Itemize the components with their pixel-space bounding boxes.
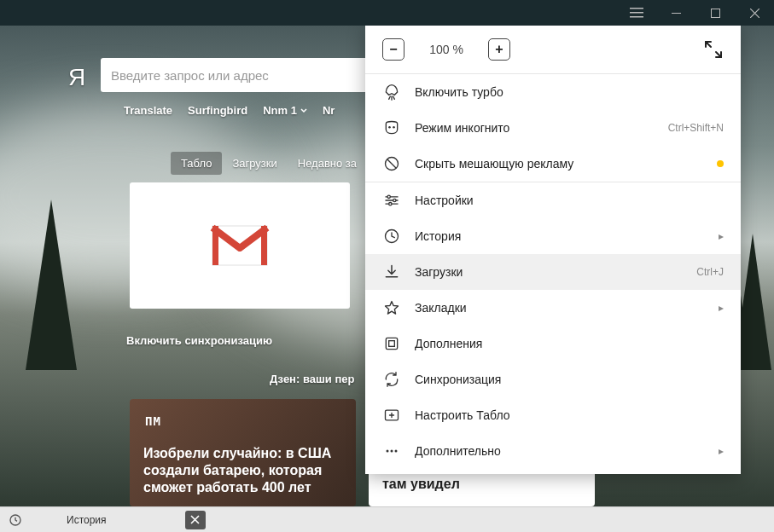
menu-shortcut: Ctrl+Shift+N xyxy=(668,122,724,134)
sync-icon xyxy=(382,370,401,389)
svg-rect-1 xyxy=(630,12,643,14)
svg-rect-3 xyxy=(672,13,681,14)
menu-label: Настроить Табло xyxy=(415,408,724,422)
menu-configure-tablo[interactable]: Настроить Табло xyxy=(365,397,741,433)
menu-label: Включить турбо xyxy=(415,85,724,99)
search-placeholder: Введите запрос или адрес xyxy=(111,68,269,83)
menu-more[interactable]: Дополнительно ▸ xyxy=(365,433,741,469)
hamburger-icon xyxy=(630,8,643,18)
menu-turbo[interactable]: Включить турбо xyxy=(365,74,741,110)
svg-rect-0 xyxy=(630,8,643,9)
close-icon xyxy=(190,515,200,524)
menu-bookmarks[interactable]: Закладки ▸ xyxy=(365,290,741,326)
bookmarks-row: Translate Surfingbird Nnm 1 Nr xyxy=(124,104,335,117)
card-source: ПМ xyxy=(145,414,161,428)
menu-label: Дополнения xyxy=(415,337,724,350)
minimize-button[interactable] xyxy=(656,0,695,26)
menu-sync[interactable]: Синхронизация xyxy=(365,361,741,397)
window-titlebar xyxy=(0,0,774,26)
zoom-out-button[interactable]: − xyxy=(382,38,404,61)
menu-hide-ads[interactable]: Скрыть мешающую рекламу xyxy=(365,146,741,182)
menu-label: Режим инкогнито xyxy=(415,121,655,135)
svg-rect-16 xyxy=(389,341,395,347)
yandex-logo[interactable]: Я xyxy=(68,64,85,91)
menu-extensions[interactable]: Дополнения xyxy=(365,326,741,361)
mask-icon xyxy=(382,119,401,137)
svg-point-11 xyxy=(387,195,390,198)
svg-point-9 xyxy=(393,126,395,129)
menu-incognito[interactable]: Режим инкогнито Ctrl+Shift+N xyxy=(365,110,741,146)
svg-point-13 xyxy=(389,203,392,205)
browser-menu: − 100 % + Включить турбо Режим инкогнито… xyxy=(365,26,741,474)
svg-rect-7 xyxy=(261,226,267,265)
fullscreen-button[interactable] xyxy=(703,39,724,60)
menu-label: Скрыть мешающую рекламу xyxy=(415,157,703,171)
menu-label: Настройки xyxy=(415,194,724,207)
zen-card-1[interactable]: ПМ Изобрели случайно: в США создали бата… xyxy=(130,399,356,506)
sliders-icon xyxy=(382,191,401,210)
svg-rect-4 xyxy=(711,9,719,17)
menu-downloads[interactable]: Загрузки Ctrl+J xyxy=(365,254,741,290)
chevron-right-icon: ▸ xyxy=(719,302,724,314)
clock-icon xyxy=(382,227,401,246)
clock-icon xyxy=(9,513,22,527)
tab-tablo[interactable]: Табло xyxy=(171,152,222,175)
add-tile-icon xyxy=(382,406,401,425)
minimize-icon xyxy=(672,9,681,18)
menu-label: Загрузки xyxy=(415,265,683,279)
svg-point-18 xyxy=(387,450,389,453)
tab-downloads[interactable]: Загрузки xyxy=(222,152,287,175)
browser-content: Я Введите запрос или адрес Translate Sur… xyxy=(0,26,774,506)
svg-rect-15 xyxy=(386,338,397,349)
card-headline: Изобрели случайно: в США создали батарею… xyxy=(143,445,342,496)
tab-recent[interactable]: Недавно за xyxy=(288,152,367,175)
svg-point-19 xyxy=(391,450,393,453)
dots-icon xyxy=(382,442,401,460)
close-button[interactable] xyxy=(735,0,774,26)
bookmark-nr[interactable]: Nr xyxy=(323,104,335,117)
menu-history[interactable]: История ▸ xyxy=(365,218,741,254)
menu-label: Дополнительно xyxy=(415,444,705,458)
extensions-icon xyxy=(382,334,401,353)
menu-settings[interactable]: Настройки xyxy=(365,182,741,218)
content-tabs: Табло Загрузки Недавно за xyxy=(171,152,367,175)
zoom-level: 100 % xyxy=(425,43,468,56)
chevron-right-icon: ▸ xyxy=(719,230,724,242)
gmail-icon xyxy=(209,223,271,269)
menu-label: История xyxy=(415,229,705,243)
bottombar-close-button[interactable] xyxy=(185,511,206,529)
enable-sync-link[interactable]: Включить синхронизацию xyxy=(126,334,272,347)
zoom-in-button[interactable]: + xyxy=(488,38,510,61)
bookmark-surfingbird[interactable]: Surfingbird xyxy=(188,104,247,117)
menu-shortcut: Ctrl+J xyxy=(696,266,724,278)
svg-rect-6 xyxy=(212,226,218,265)
svg-point-12 xyxy=(393,199,396,201)
bookmark-translate[interactable]: Translate xyxy=(124,104,172,117)
zen-label: Дзен: ваши пер xyxy=(270,373,354,385)
fullscreen-icon xyxy=(703,39,724,60)
menu-button[interactable] xyxy=(617,8,656,18)
svg-point-8 xyxy=(388,126,391,129)
chevron-down-icon xyxy=(300,107,307,114)
block-icon xyxy=(382,154,401,173)
zoom-row: − 100 % + xyxy=(365,26,741,73)
tablo-tile-gmail[interactable] xyxy=(130,182,350,309)
maximize-button[interactable] xyxy=(695,0,735,26)
indicator-dot xyxy=(717,160,724,167)
bottombar-label[interactable]: История xyxy=(67,514,107,526)
close-icon xyxy=(750,9,759,18)
bookmark-nnm1[interactable]: Nnm 1 xyxy=(263,104,307,117)
download-icon xyxy=(382,263,401,281)
menu-label: Закладки xyxy=(415,301,705,315)
star-icon xyxy=(382,298,401,317)
rocket-icon xyxy=(382,83,401,101)
maximize-icon xyxy=(711,9,720,18)
svg-point-20 xyxy=(395,450,398,453)
menu-label: Синхронизация xyxy=(415,373,724,386)
bottom-bar: История xyxy=(0,506,774,532)
svg-rect-2 xyxy=(630,16,643,18)
chevron-right-icon: ▸ xyxy=(719,445,724,457)
